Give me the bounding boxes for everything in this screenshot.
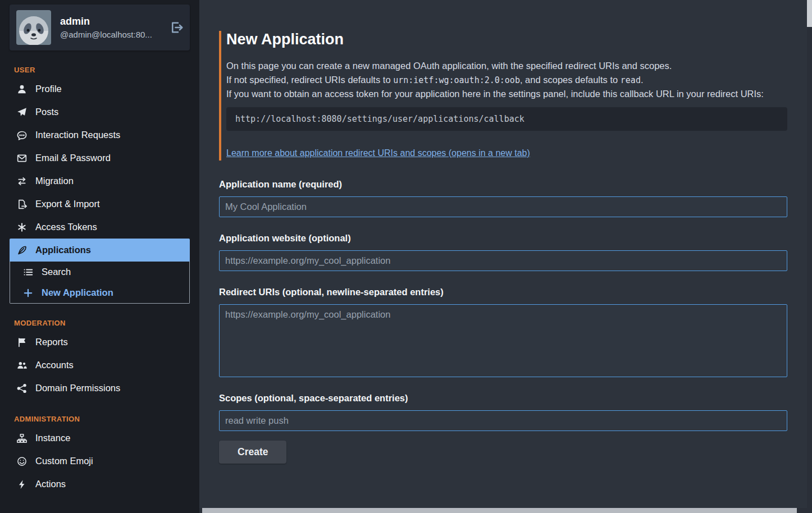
sidebar-item-interaction-requests[interactable]: Interaction Requests <box>10 123 190 146</box>
sidebar-item-label: Domain Permissions <box>35 383 120 393</box>
callback-url: http://localhost:8080/settings/user/appl… <box>235 114 524 124</box>
application-name-label: Application name (required) <box>219 179 787 190</box>
share-nodes-icon <box>17 383 27 393</box>
sidebar-item-accounts[interactable]: Accounts <box>10 354 190 377</box>
sidebar-item-export-import[interactable]: Export & Import <box>10 193 190 216</box>
flag-icon <box>17 337 27 347</box>
sitemap-icon <box>17 433 27 443</box>
sidebar-item-label: Export & Import <box>35 199 100 209</box>
intro-line-2: If not specified, redirect URIs defaults… <box>226 73 787 88</box>
file-export-icon <box>17 199 27 209</box>
redirect-uris-textarea[interactable] <box>219 304 787 377</box>
logout-icon[interactable] <box>170 21 183 34</box>
plus-icon <box>23 288 33 298</box>
sidebar-item-migration[interactable]: Migration <box>10 170 190 193</box>
learn-more-link[interactable]: Learn more about application redirect UR… <box>226 148 530 158</box>
section-label-moderation: MODERATION <box>14 319 190 327</box>
sidebar-item-reports[interactable]: Reports <box>10 331 190 354</box>
sidebar-item-label: Access Tokens <box>35 222 97 232</box>
sidebar-item-profile[interactable]: Profile <box>10 77 190 100</box>
scopes-input[interactable] <box>219 410 787 431</box>
application-website-input[interactable] <box>219 250 787 271</box>
envelope-lock-icon <box>17 153 27 163</box>
page-title: New Application <box>226 31 787 48</box>
applications-submenu: Search New Application <box>10 262 190 304</box>
main-panel: New Application On this page you can cre… <box>199 0 812 513</box>
sidebar-item-domain-permissions[interactable]: Domain Permissions <box>10 377 190 400</box>
default-redirect-uri-code: urn:ietf:wg:oauth:2.0:oob <box>393 75 520 85</box>
sidebar-item-label: Accounts <box>35 360 74 370</box>
sidebar-item-access-tokens[interactable]: Access Tokens <box>10 216 190 239</box>
app-layout: admin @admin@localhost:80... USER Profil… <box>0 0 812 513</box>
sidebar-item-custom-emoji[interactable]: Custom Emoji <box>10 450 190 473</box>
sidebar-item-label: Applications <box>35 245 91 255</box>
user-meta: admin @admin@localhost:80... <box>60 16 152 39</box>
users-icon <box>17 360 27 370</box>
sidebar-item-label: Instance <box>35 433 70 443</box>
user-card[interactable]: admin @admin@localhost:80... <box>10 4 190 51</box>
arrows-left-right-icon <box>17 176 27 186</box>
asterisk-icon <box>17 222 27 232</box>
avatar <box>16 10 51 45</box>
sidebar-item-label: Migration <box>35 176 74 186</box>
sidebar-item-label: Custom Emoji <box>35 456 93 466</box>
intro-2-mid: , and scopes defaults to <box>520 75 621 85</box>
sidebar-item-actions[interactable]: Actions <box>10 473 190 496</box>
sidebar-item-label: Actions <box>35 479 66 489</box>
sidebar-item-label: New Application <box>42 287 113 298</box>
sidebar: admin @admin@localhost:80... USER Profil… <box>0 0 199 513</box>
default-scope-code: read <box>621 75 641 85</box>
user-icon <box>17 84 27 94</box>
section-label-administration: ADMINISTRATION <box>14 415 190 423</box>
sidebar-item-posts[interactable]: Posts <box>10 100 190 123</box>
scopes-label: Scopes (optional, space-separated entrie… <box>219 393 787 404</box>
new-application-form: Application name (required) Application … <box>219 179 787 464</box>
sidebar-item-label: Search <box>42 267 71 277</box>
intro-2-pre: If not specified, redirect URIs defaults… <box>226 75 393 85</box>
sidebar-item-search[interactable]: Search <box>10 262 189 282</box>
intro-line-3: If you want to obtain an access token fo… <box>226 87 787 101</box>
feather-icon <box>17 245 27 255</box>
list-icon <box>23 267 33 277</box>
bolt-icon <box>17 479 27 489</box>
sidebar-item-applications[interactable]: Applications <box>10 239 190 262</box>
smiley-icon <box>17 456 27 466</box>
application-website-label: Application website (optional) <box>219 233 787 244</box>
comment-dots-icon <box>17 130 27 140</box>
sidebar-item-label: Reports <box>35 337 68 347</box>
intro-2-post: . <box>641 75 644 85</box>
sidebar-item-email-password[interactable]: Email & Password <box>10 146 190 170</box>
section-label-user: USER <box>14 66 190 74</box>
applications-nav-group: Applications Search New Application <box>10 239 190 304</box>
intro-line-1: On this page you can create a new manage… <box>226 59 787 73</box>
sidebar-item-label: Email & Password <box>35 153 111 163</box>
user-handle: @admin@localhost:80... <box>60 30 152 39</box>
page-header: New Application On this page you can cre… <box>219 31 787 161</box>
paper-plane-icon <box>17 107 27 117</box>
sidebar-item-label: Interaction Requests <box>35 130 120 140</box>
application-name-input[interactable] <box>219 196 787 217</box>
horizontal-scrollbar-thumb[interactable] <box>202 508 797 513</box>
sidebar-item-label: Profile <box>35 84 62 94</box>
vertical-scrollbar[interactable] <box>807 0 812 513</box>
callback-url-box: http://localhost:8080/settings/user/appl… <box>226 107 787 131</box>
vertical-scrollbar-thumb[interactable] <box>807 0 812 27</box>
user-name: admin <box>60 16 152 28</box>
sidebar-item-new-application[interactable]: New Application <box>10 282 189 303</box>
horizontal-scrollbar[interactable] <box>199 508 807 513</box>
sidebar-item-label: Posts <box>35 107 58 117</box>
sidebar-item-instance[interactable]: Instance <box>10 427 190 450</box>
redirect-uris-label: Redirect URIs (optional, newline-separat… <box>219 287 787 297</box>
create-button[interactable]: Create <box>219 441 286 464</box>
